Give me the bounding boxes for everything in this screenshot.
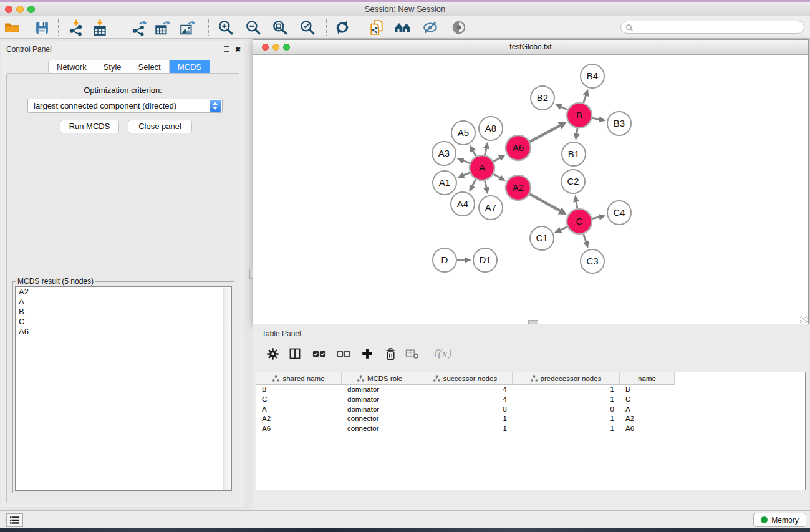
close-window-light[interactable] (5, 6, 12, 13)
select-all-button[interactable] (311, 344, 328, 363)
zoom-selected-button[interactable] (298, 18, 317, 37)
mcds-result-item[interactable]: C (16, 317, 231, 327)
add-column-button[interactable] (359, 344, 376, 363)
scrollbar-track[interactable] (223, 288, 231, 490)
graph-node-A8[interactable]: A8 (479, 117, 503, 140)
mcds-result-item[interactable]: A2 (16, 287, 231, 297)
graph-node-C3[interactable]: C3 (581, 249, 604, 273)
graph-node-C[interactable]: C (567, 209, 592, 234)
table-row[interactable]: Cdominator41C (256, 395, 805, 405)
edge-A-A1[interactable] (457, 172, 470, 178)
graph-node-A[interactable]: A (470, 155, 494, 180)
network-graph-canvas[interactable]: B4B2BB3A8A5A6A3B1AC2A1A2A4A7C4CC1DD1C3 (254, 55, 808, 323)
save-session-button[interactable] (32, 18, 51, 37)
float-panel-button[interactable] (224, 46, 229, 52)
vertical-splitter-handle[interactable] (249, 269, 253, 279)
graph-node-B1[interactable]: B1 (562, 142, 586, 166)
graph-node-A3[interactable]: A3 (432, 142, 456, 165)
memory-button[interactable]: Memory (753, 513, 806, 527)
graph-node-C4[interactable]: C4 (607, 201, 631, 225)
edge-B-B2[interactable] (555, 104, 567, 110)
mcds-result-item[interactable]: A (16, 297, 231, 307)
optimization-criterion-select[interactable]: largest connected component (directed) (27, 99, 223, 113)
delete-table-button[interactable] (403, 344, 421, 363)
tab-network[interactable]: Network (48, 60, 95, 74)
hide-selected-button[interactable] (421, 18, 440, 37)
graph-node-B[interactable]: B (567, 103, 592, 128)
table-row[interactable]: Bdominator41B (256, 385, 805, 395)
zoom-fit-button[interactable] (271, 18, 289, 37)
edge-B-B3[interactable] (592, 117, 606, 123)
search-input[interactable] (636, 22, 798, 32)
first-neighbors-button[interactable] (394, 18, 413, 37)
window-resize-grip[interactable] (800, 316, 808, 323)
graph-node-B3[interactable]: B3 (607, 112, 631, 135)
edge-A-A5[interactable] (470, 145, 476, 156)
search-field[interactable] (620, 21, 804, 34)
tab-mcds[interactable]: MCDS (170, 60, 210, 74)
minimize-window-light[interactable] (272, 44, 279, 51)
import-network-button[interactable] (67, 18, 85, 37)
split-view-button[interactable] (286, 344, 304, 363)
graph-node-C1[interactable]: C1 (530, 226, 554, 250)
edge-A-A6[interactable] (493, 155, 505, 162)
column-header-name[interactable]: name (620, 372, 675, 385)
mcds-result-item[interactable]: B (16, 307, 231, 317)
export-table-button[interactable] (153, 18, 171, 37)
graph-node-D[interactable]: D (433, 248, 456, 272)
run-mcds-button[interactable]: Run MCDS (60, 120, 119, 133)
edge-C-C2[interactable] (573, 195, 579, 209)
table-row[interactable]: A2connector11A2 (256, 414, 805, 424)
edge-B-B4[interactable] (583, 89, 589, 103)
edge-A-A3[interactable] (457, 158, 470, 163)
column-header-predecessor-nodes[interactable]: predecessor nodes (513, 372, 620, 385)
function-builder-button[interactable]: f(x) (430, 344, 455, 363)
tab-select[interactable]: Select (130, 60, 170, 74)
edge-A-A2[interactable] (493, 174, 505, 181)
edge-C-C1[interactable] (554, 227, 567, 233)
graph-node-A5[interactable]: A5 (451, 121, 475, 145)
graph-node-C2[interactable]: C2 (561, 170, 585, 193)
open-session-button[interactable] (2, 18, 21, 37)
export-image-button[interactable] (178, 18, 196, 37)
delete-column-button[interactable] (382, 344, 399, 363)
column-header-successor-nodes[interactable]: successor nodes (418, 372, 513, 385)
table-row[interactable]: A6connector11A6 (256, 424, 805, 434)
close-window-light[interactable] (262, 44, 269, 51)
zoom-window-light[interactable] (27, 6, 35, 13)
show-all-button[interactable] (450, 18, 468, 37)
import-table-button[interactable] (90, 18, 109, 37)
edge-B-B1[interactable] (574, 128, 580, 140)
graph-node-A7[interactable]: A7 (479, 196, 503, 220)
zoom-window-light[interactable] (283, 44, 290, 51)
close-panel-button[interactable]: ✖ (235, 46, 241, 52)
graph-node-B4[interactable]: B4 (581, 64, 604, 88)
zoom-in-button[interactable] (216, 18, 235, 37)
tab-style[interactable]: Style (95, 60, 130, 74)
edge-D-D1[interactable] (457, 258, 471, 263)
mcds-result-item[interactable]: A6 (16, 327, 231, 337)
minimize-window-light[interactable] (16, 6, 24, 13)
table-row[interactable]: Adominator80A (256, 405, 805, 415)
edge-C-C4[interactable] (592, 214, 606, 220)
graph-node-A1[interactable]: A1 (433, 171, 456, 195)
panel-list-button[interactable] (6, 513, 23, 527)
graph-node-A6[interactable]: A6 (506, 135, 531, 160)
edge-A6-B[interactable] (530, 122, 567, 142)
graph-node-A2[interactable]: A2 (506, 175, 531, 200)
horizontal-splitter-handle[interactable] (528, 320, 538, 324)
edge-A-A8[interactable] (483, 142, 489, 155)
zoom-out-button[interactable] (244, 18, 263, 37)
edge-A2-C[interactable] (529, 194, 566, 215)
export-network-button[interactable] (130, 18, 148, 37)
graph-node-D1[interactable]: D1 (473, 248, 497, 272)
graph-node-B2[interactable]: B2 (531, 86, 554, 110)
table-settings-button[interactable] (264, 344, 281, 363)
edge-C-C3[interactable] (583, 234, 589, 248)
close-panel-button-mcds[interactable]: Close panel (128, 120, 192, 133)
graph-node-A4[interactable]: A4 (451, 192, 475, 216)
deselect-all-button[interactable] (335, 344, 352, 363)
column-header-mcds-role[interactable]: MCDS role (342, 372, 418, 385)
edge-A-A4[interactable] (469, 180, 476, 192)
new-network-from-selection-button[interactable] (367, 18, 386, 37)
